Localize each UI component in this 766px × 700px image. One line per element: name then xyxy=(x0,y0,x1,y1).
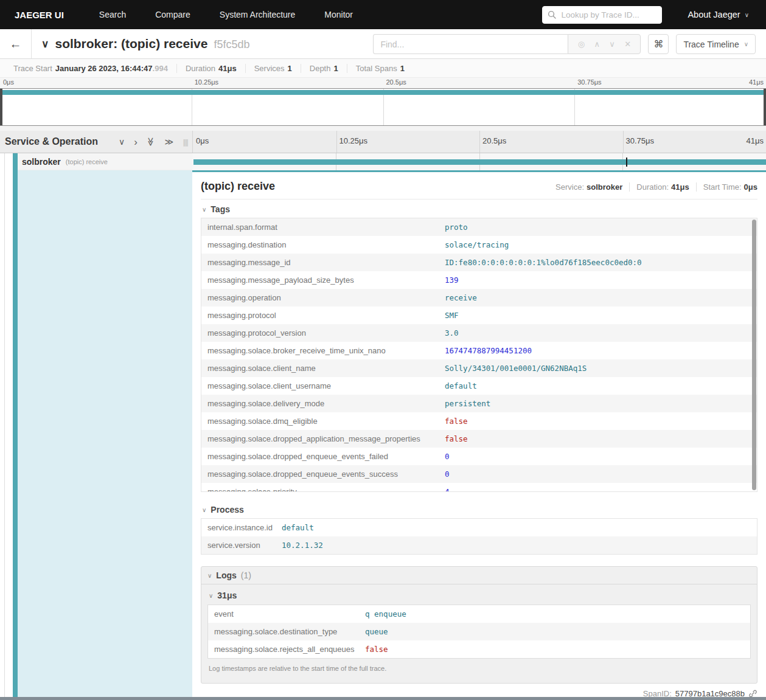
tags-section-toggle[interactable]: ∨ Tags xyxy=(202,204,757,214)
about-jaeger-menu[interactable]: About Jaeger ∨ xyxy=(688,10,749,19)
span-detail-header[interactable]: (topic) receive Service:solbrokerDuratio… xyxy=(201,180,757,193)
link-icon[interactable] xyxy=(748,689,757,697)
kv-value: q enqueue xyxy=(365,609,406,619)
trace-meta-item: Depth1 xyxy=(301,64,347,73)
table-row[interactable]: messaging.solace.client_nameSolly/34301/… xyxy=(201,359,757,377)
table-row[interactable]: messaging.solace.client_usernamedefault xyxy=(201,377,757,395)
kv-key: messaging.protocol_version xyxy=(201,328,445,338)
kv-key: messaging.solace.rejects_all_enqueues xyxy=(208,645,365,654)
find-toolbar: ◎ ∧ ∨ ✕ xyxy=(568,34,641,54)
detail-summary-item: Service:solbroker xyxy=(549,182,630,192)
span-operation-name: (topic) receive xyxy=(66,158,108,165)
table-row[interactable]: eventq enqueue xyxy=(208,605,750,623)
minimap-span-bar[interactable] xyxy=(0,90,766,95)
table-row[interactable]: messaging.solace.delivery_modepersistent xyxy=(201,395,757,412)
table-row[interactable]: messaging.operationreceive xyxy=(201,289,757,307)
kv-value: 3.0 xyxy=(445,328,459,338)
table-row[interactable]: messaging.solace.priority4 xyxy=(201,483,757,492)
app-logo[interactable]: JAEGER UI xyxy=(15,10,64,20)
tick-label: 0μs xyxy=(3,78,14,86)
table-row[interactable]: internal.span.formatproto xyxy=(201,218,757,236)
kv-key: internal.span.format xyxy=(201,223,445,232)
log-entry-timestamp: 31μs xyxy=(217,591,237,600)
span-name-cell[interactable]: solbroker (topic) receive xyxy=(18,153,192,170)
trace-id-lookup[interactable] xyxy=(542,6,662,24)
table-row[interactable]: messaging.solace.broker_receive_time_uni… xyxy=(201,342,757,359)
row-gutter xyxy=(0,170,13,697)
kv-value: proto xyxy=(445,223,468,232)
trace-id-short: f5fc5db xyxy=(214,38,249,51)
logs-section-toggle[interactable]: ∨ Logs (1) xyxy=(207,570,751,580)
timeline-gridline xyxy=(623,131,624,153)
kv-value: 10.2.1.32 xyxy=(282,541,323,550)
back-button[interactable]: ← xyxy=(0,29,32,58)
kv-key: messaging.solace.dmq_eligible xyxy=(201,417,445,426)
nav-item-monitor[interactable]: Monitor xyxy=(324,10,353,19)
collapse-all-icon[interactable]: ≫ xyxy=(147,137,155,147)
kv-key: messaging.destination xyxy=(201,240,445,249)
meta-label: Total Spans xyxy=(356,64,397,73)
chevron-down-icon: ∨ xyxy=(202,206,206,213)
process-section-toggle[interactable]: ∨ Process xyxy=(202,505,757,515)
table-row[interactable]: messaging.protocolSMF xyxy=(201,307,757,324)
table-row[interactable]: messaging.protocol_version3.0 xyxy=(201,324,757,342)
kv-value: 1674747887994451200 xyxy=(445,346,532,355)
clear-find-icon[interactable]: ✕ xyxy=(624,40,631,49)
column-resizer-handle[interactable]: ∥∥ xyxy=(183,138,187,147)
span-duration-bar[interactable] xyxy=(193,159,766,165)
minimap-left-handle[interactable] xyxy=(0,89,2,125)
kv-key: messaging.protocol xyxy=(201,311,445,320)
table-row[interactable]: messaging.solace.dmq_eligiblefalse xyxy=(201,412,757,430)
kv-key: messaging.solace.priority xyxy=(201,487,445,492)
tick-label: 20.5μs xyxy=(386,78,406,86)
nav-item-search[interactable]: Search xyxy=(99,10,126,19)
next-match-icon[interactable]: ∨ xyxy=(609,40,615,49)
log-entry-toggle[interactable]: ∨ 31μs xyxy=(209,591,751,600)
trace-meta-item: Duration41μs xyxy=(177,64,246,73)
table-row[interactable]: messaging.message_payload_size_bytes139 xyxy=(201,271,757,289)
table-row[interactable]: messaging.solace.destination_typequeue xyxy=(208,623,750,640)
nav-item-system-architecture[interactable]: System Architecture xyxy=(220,10,296,19)
meta-value: January 26 2023, 16:44:47 xyxy=(55,64,153,73)
kv-key: messaging.solace.broker_receive_time_uni… xyxy=(201,346,445,355)
trace-meta-item: Services1 xyxy=(246,64,301,73)
search-icon xyxy=(548,10,556,19)
kv-value: SMF xyxy=(445,311,459,320)
table-row[interactable]: messaging.message_idID:fe80:0:0:0:0:0:0:… xyxy=(201,254,757,271)
focus-match-icon[interactable]: ◎ xyxy=(578,40,585,49)
minimap-right-handle[interactable] xyxy=(764,89,766,125)
chevron-down-icon: ∨ xyxy=(744,41,748,47)
tags-scrollbar-thumb[interactable] xyxy=(752,220,756,490)
summary-label: Start Time: xyxy=(703,182,742,192)
trace-view-selector[interactable]: Trace Timeline ∨ xyxy=(676,34,756,54)
table-row[interactable]: messaging.solace.dropped_enqueue_events_… xyxy=(201,448,757,465)
divider xyxy=(201,199,757,199)
expand-all-icon[interactable]: ≫ xyxy=(165,137,174,146)
minimap-canvas[interactable] xyxy=(0,88,766,126)
collapse-one-icon[interactable]: ∨ xyxy=(119,137,125,146)
span-detail-panel: (topic) receive Service:solbrokerDuratio… xyxy=(192,170,766,697)
span-detail-title: (topic) receive xyxy=(201,180,275,193)
table-row[interactable]: messaging.solace.dropped_application_mes… xyxy=(201,430,757,448)
find-input[interactable] xyxy=(373,34,568,54)
span-track[interactable] xyxy=(192,153,766,170)
nav-item-compare[interactable]: Compare xyxy=(155,10,190,19)
keyboard-shortcuts-button[interactable]: ⌘ xyxy=(648,34,669,54)
expand-one-icon[interactable]: › xyxy=(134,137,138,147)
span-row[interactable]: solbroker (topic) receive xyxy=(0,153,766,170)
trace-meta-bar: Trace StartJanuary 26 2023, 16:44:47.994… xyxy=(0,59,766,78)
tick-label: 10.25μs xyxy=(339,136,368,145)
table-row[interactable]: service.instance.iddefault xyxy=(201,519,757,536)
span-log-marker[interactable] xyxy=(626,158,627,167)
prev-match-icon[interactable]: ∧ xyxy=(594,40,600,49)
table-row[interactable]: service.version10.2.1.32 xyxy=(201,536,757,554)
detail-summary-item: Start Time:0μs xyxy=(697,182,757,192)
kv-value: false xyxy=(445,417,468,426)
trace-meta-item: Total Spans1 xyxy=(347,64,413,73)
trace-header-bar: ← ∨ solbroker: (topic) receive f5fc5db ◎… xyxy=(0,29,766,59)
table-row[interactable]: messaging.destinationsolace/tracing xyxy=(201,236,757,254)
collapse-trace-chevron-icon[interactable]: ∨ xyxy=(41,38,49,50)
table-row[interactable]: messaging.solace.rejects_all_enqueuesfal… xyxy=(208,640,750,658)
trace-id-lookup-input[interactable] xyxy=(560,10,656,20)
table-row[interactable]: messaging.solace.dropped_enqueue_events_… xyxy=(201,465,757,483)
